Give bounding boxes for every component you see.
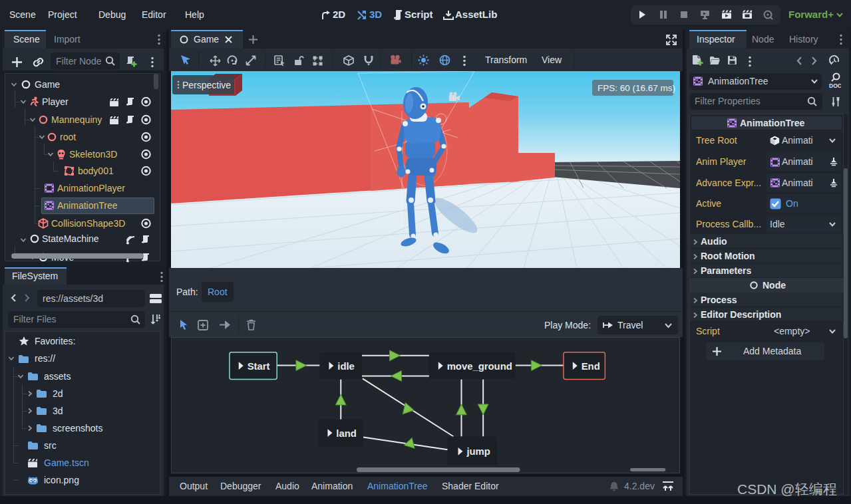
svg-text:End: End: [582, 361, 600, 372]
svg-text:DOC: DOC: [829, 82, 841, 89]
svg-text:idle: idle: [337, 361, 355, 372]
svg-text:Start: Start: [248, 361, 270, 372]
svg-text:jump: jump: [466, 446, 490, 457]
svg-text:FPS: 60 (16.67 ms): FPS: 60 (16.67 ms): [597, 83, 675, 93]
svg-text:land: land: [336, 428, 357, 439]
svg-text:Perspective: Perspective: [182, 80, 231, 90]
svg-text:move_ground: move_ground: [447, 361, 512, 372]
